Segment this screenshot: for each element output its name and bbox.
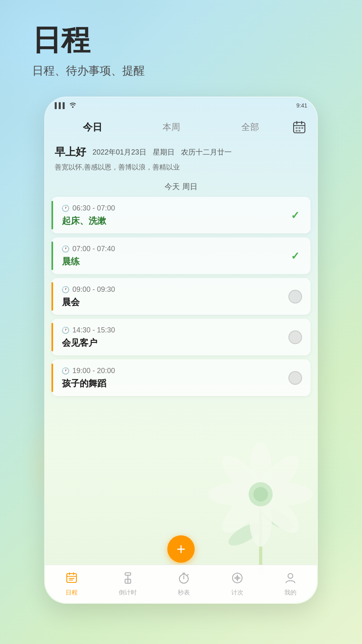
schedule-item-left-1: 🕐 06:30 - 07:00 起床、洗漱 (59, 204, 115, 227)
schedule-item-left-5: 🕐 19:00 - 20:00 孩子的舞蹈 (59, 367, 115, 390)
schedule-title-2: 晨练 (62, 256, 115, 268)
schedule-time-text-3: 09:00 - 09:30 (72, 285, 115, 294)
nav-stopwatch-icon (178, 572, 190, 587)
check-pending-icon-5 (288, 371, 302, 385)
item-border-3 (51, 282, 53, 311)
greeting-quote: 善宽以怀,善感以恩，善博以浪，善精以业 (55, 162, 307, 173)
nav-item-schedule[interactable]: 日程 (61, 570, 82, 599)
schedule-time-text-5: 19:00 - 20:00 (72, 367, 115, 375)
svg-point-12 (253, 487, 268, 502)
schedule-time-2: 🕐 07:00 - 07:40 (62, 245, 115, 253)
nav-schedule-label: 日程 (66, 589, 78, 597)
greeting-section: 早上好 2022年01月23日 星期日 农历十二月廿一 善宽以怀,善感以恩，善博… (45, 141, 317, 175)
schedule-title-5: 孩子的舞蹈 (62, 378, 115, 390)
svg-point-13 (72, 106, 74, 108)
tab-week[interactable]: 本周 (132, 118, 211, 136)
schedule-time-5: 🕐 19:00 - 20:00 (62, 367, 115, 375)
check-status-3 (287, 289, 303, 305)
svg-rect-22 (298, 130, 300, 132)
nav-item-counter[interactable]: 计次 (226, 570, 248, 599)
check-status-5 (287, 370, 303, 386)
svg-point-40 (288, 574, 293, 578)
schedule-title-4: 会见客户 (62, 337, 115, 349)
flower-decoration (196, 422, 317, 575)
check-pending-icon-4 (288, 330, 302, 344)
svg-point-11 (249, 482, 273, 506)
bottom-navigation: 日程 倒计时 (45, 565, 317, 603)
item-border-1 (51, 201, 53, 229)
svg-point-5 (257, 483, 313, 506)
nav-stopwatch-label: 秒表 (178, 589, 190, 597)
nav-item-stopwatch[interactable]: 秒表 (173, 570, 195, 599)
svg-point-9 (208, 483, 265, 506)
hero-subtitle: 日程、待办事项、提醒 (32, 63, 145, 78)
add-fab-button[interactable]: + (167, 535, 195, 563)
greeting-date: 2022年01月23日 (93, 147, 146, 157)
phone-mockup: ▌▌▌ 9:41 今日 本周 全部 (44, 97, 318, 604)
svg-rect-18 (296, 127, 298, 129)
svg-rect-19 (298, 127, 300, 129)
status-time: 9:41 (296, 102, 307, 109)
signal-indicator: ▌▌▌ (55, 102, 76, 109)
schedule-time-1: 🕐 06:30 - 07:00 (62, 204, 115, 213)
tab-today[interactable]: 今日 (53, 118, 132, 137)
signal-bars-icon: ▌▌▌ (55, 102, 67, 109)
greeting-lunar: 农历十二月廿一 (181, 147, 232, 157)
check-status-4 (287, 329, 303, 345)
svg-point-2 (257, 503, 296, 534)
check-pending-icon-3 (288, 290, 302, 303)
schedule-time-3: 🕐 09:00 - 09:30 (62, 285, 115, 294)
schedule-time-4: 🕐 14:30 - 15:30 (62, 326, 115, 334)
svg-line-35 (187, 574, 188, 575)
nav-counter-icon (231, 572, 243, 587)
top-tab-bar: 今日 本周 全部 (45, 114, 317, 141)
svg-point-3 (249, 442, 272, 498)
clock-icon-1: 🕐 (62, 204, 69, 212)
check-status-2: ✓ (287, 248, 303, 264)
svg-point-1 (225, 519, 264, 550)
schedule-item[interactable]: 🕐 06:30 - 07:00 起床、洗漱 ✓ (51, 197, 311, 233)
hero-section: 日程 日程、待办事项、提醒 (32, 24, 145, 78)
hero-title: 日程 (32, 24, 145, 56)
schedule-item-2[interactable]: 🕐 07:00 - 07:40 晨练 ✓ (51, 237, 311, 274)
svg-point-7 (249, 490, 272, 547)
schedule-list: 🕐 06:30 - 07:00 起床、洗漱 ✓ 🕐 (45, 197, 317, 396)
svg-rect-23 (67, 574, 76, 582)
clock-icon-4: 🕐 (62, 326, 69, 334)
svg-point-4 (250, 449, 306, 505)
item-border-4 (51, 323, 53, 351)
nav-item-countdown[interactable]: 倒计时 (114, 570, 142, 599)
nav-item-mine[interactable]: 我的 (280, 570, 301, 599)
schedule-time-text-2: 07:00 - 07:40 (72, 245, 115, 253)
phone-frame: ▌▌▌ 9:41 今日 本周 全部 (44, 97, 318, 604)
schedule-time-text-1: 06:30 - 07:00 (72, 204, 115, 213)
schedule-item-3[interactable]: 🕐 09:00 - 09:30 晨会 (51, 278, 311, 315)
clock-icon-2: 🕐 (62, 245, 69, 252)
phone-inner: ▌▌▌ 9:41 今日 本周 全部 (45, 97, 317, 603)
item-border-5 (51, 363, 53, 392)
nav-mine-label: 我的 (284, 589, 296, 597)
nav-counter-label: 计次 (231, 589, 243, 597)
schedule-item-left-4: 🕐 14:30 - 15:30 会见客户 (59, 326, 115, 349)
wifi-icon (69, 102, 76, 109)
schedule-title-1: 起床、洗漱 (62, 215, 115, 227)
calendar-button[interactable] (290, 118, 309, 137)
svg-rect-21 (296, 130, 298, 132)
check-status-1: ✓ (287, 207, 303, 223)
schedule-title-3: 晨会 (62, 296, 115, 308)
item-border-2 (51, 242, 53, 270)
status-bar: ▌▌▌ 9:41 (45, 97, 317, 114)
nav-countdown-icon (122, 572, 134, 587)
tab-all[interactable]: 全部 (211, 118, 290, 136)
schedule-item-5[interactable]: 🕐 19:00 - 20:00 孩子的舞蹈 (51, 359, 311, 396)
greeting-weekday: 星期日 (153, 147, 175, 157)
clock-icon-5: 🕐 (62, 367, 69, 374)
schedule-item-4[interactable]: 🕐 14:30 - 15:30 会见客户 (51, 319, 311, 355)
nav-schedule-icon (66, 572, 78, 587)
svg-point-6 (250, 483, 306, 539)
schedule-item-left-3: 🕐 09:00 - 09:30 晨会 (59, 285, 115, 308)
nav-mine-icon (284, 572, 296, 587)
clock-icon-3: 🕐 (62, 286, 69, 293)
check-done-icon-2: ✓ (291, 250, 300, 262)
svg-rect-20 (301, 127, 303, 129)
